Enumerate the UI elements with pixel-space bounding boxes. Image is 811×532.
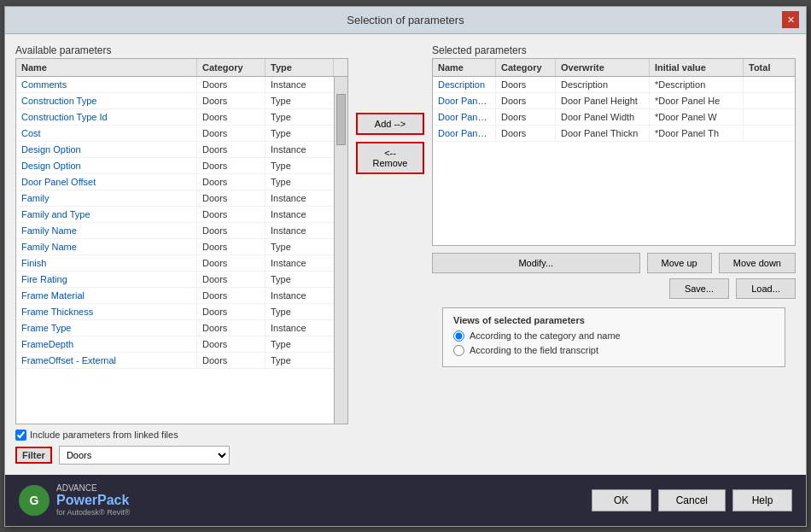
add-button[interactable]: Add --> — [356, 113, 424, 135]
ok-button[interactable]: OK — [592, 489, 651, 512]
col-category: Category — [197, 59, 265, 76]
views-option2[interactable]: According to the field transcript — [453, 345, 774, 356]
table-row[interactable]: Door Panel Heigh Doors Door Panel Height… — [433, 93, 795, 109]
table-row[interactable]: Door Panel Thickr Doors Door Panel Thick… — [433, 126, 795, 142]
include-linked-label[interactable]: Include parameters from linked files — [15, 430, 348, 441]
selected-params-label: Selected parameters — [432, 44, 796, 56]
selected-params-table: Name Category Overwrite Initial value To… — [432, 58, 796, 246]
table-row[interactable]: Construction Type Id Doors Type — [16, 109, 334, 126]
table-row[interactable]: Description Doors Description *Descripti… — [433, 77, 795, 93]
views-radio1[interactable] — [453, 330, 464, 342]
dialog: Selection of parameters ✕ Available para… — [4, 6, 807, 527]
table-row[interactable]: Frame Material Doors Instance — [16, 288, 334, 304]
right-col-total: Total — [744, 59, 795, 76]
right-col-name: Name — [433, 59, 496, 76]
cancel-button[interactable]: Cancel — [658, 489, 726, 512]
close-button[interactable]: ✕ — [782, 11, 799, 28]
save-button[interactable]: Save... — [669, 278, 729, 299]
left-panel: Available parameters Name Category Type … — [15, 44, 348, 465]
table-row[interactable]: Frame Thickness Doors Type — [16, 304, 334, 320]
footer: G ADVANCE PowerPack for Autodesk® Revit®… — [5, 475, 806, 526]
help-button[interactable]: Help — [732, 489, 792, 512]
right-col-initial: Initial value — [650, 59, 744, 76]
table-row[interactable]: Fire Rating Doors Type — [16, 272, 334, 288]
footer-buttons: OK Cancel Help — [592, 489, 792, 512]
table-row[interactable]: Design Option Doors Type — [16, 158, 334, 174]
filter-select[interactable]: Doors — [59, 446, 230, 465]
available-table-header: Name Category Type — [16, 59, 347, 77]
table-row[interactable]: Family and Type Doors Instance — [16, 207, 334, 223]
col-name: Name — [16, 59, 197, 76]
table-row[interactable]: Comments Doors Instance — [16, 77, 334, 93]
dialog-title: Selection of parameters — [29, 14, 782, 26]
center-buttons: Add --> <-- Remove — [352, 44, 429, 465]
views-label: Views of selected parameters — [453, 315, 774, 325]
views-radio2[interactable] — [453, 345, 464, 356]
available-params-body: Comments Doors Instance Construction Typ… — [16, 77, 334, 424]
table-row[interactable]: Frame Type Doors Instance — [16, 320, 334, 336]
table-row[interactable]: FrameDepth Doors Type — [16, 336, 334, 353]
table-row[interactable]: FrameOffset - External Doors Type — [16, 353, 334, 369]
table-row[interactable]: Family Name Doors Type — [16, 239, 334, 255]
selected-table-header: Name Category Overwrite Initial value To… — [433, 59, 795, 77]
views-option1[interactable]: According to the category and name — [453, 330, 774, 342]
filter-label: Filter — [15, 447, 52, 464]
remove-button[interactable]: <-- Remove — [356, 142, 424, 174]
move-down-button[interactable]: Move down — [719, 253, 796, 273]
right-col-overwrite: Overwrite — [556, 59, 650, 76]
available-params-label: Available parameters — [15, 44, 348, 56]
table-row[interactable]: Finish Doors Instance — [16, 255, 334, 272]
filter-area: Include parameters from linked files Fil… — [15, 430, 348, 465]
move-up-button[interactable]: Move up — [647, 253, 712, 273]
right-panel: Selected parameters Name Category Overwr… — [432, 44, 796, 465]
col-type: Type — [265, 59, 334, 76]
table-row[interactable]: Design Option Doors Instance — [16, 142, 334, 158]
brand: G ADVANCE PowerPack for Autodesk® Revit® — [19, 483, 130, 517]
table-row[interactable]: Cost Doors Type — [16, 126, 334, 142]
views-section: Views of selected parameters According t… — [442, 307, 785, 367]
brand-text: ADVANCE PowerPack for Autodesk® Revit® — [56, 483, 130, 517]
table-row[interactable]: Family Doors Instance — [16, 190, 334, 207]
brand-icon: G — [19, 485, 50, 516]
available-params-table: Name Category Type Comments Doors Instan… — [15, 58, 348, 424]
table-row[interactable]: Door Panel Offset Doors Type — [16, 174, 334, 190]
table-row[interactable]: Door Panel Width Doors Door Panel Width … — [433, 109, 795, 126]
title-bar: Selection of parameters ✕ — [5, 7, 806, 34]
include-linked-checkbox[interactable] — [15, 430, 26, 441]
right-controls: Modify... Move up Move down Save... Load… — [432, 253, 796, 299]
selected-params-body: Description Doors Description *Descripti… — [433, 77, 795, 245]
table-row[interactable]: Family Name Doors Instance — [16, 223, 334, 239]
table-row[interactable]: Construction Type Doors Type — [16, 93, 334, 109]
left-scrollbar[interactable] — [334, 77, 347, 424]
load-button[interactable]: Load... — [736, 278, 796, 299]
modify-button[interactable]: Modify... — [432, 253, 640, 273]
right-col-category: Category — [496, 59, 556, 76]
